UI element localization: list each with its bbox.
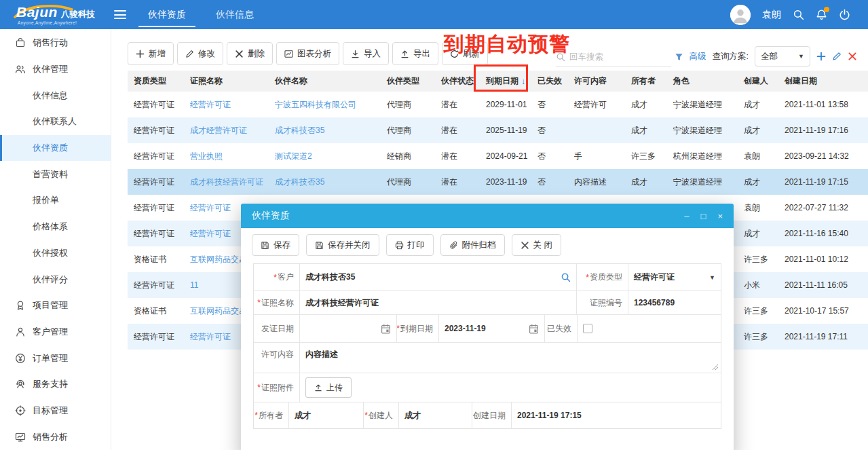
sidebar-item[interactable]: 价格体系	[0, 214, 111, 240]
calendar-icon[interactable]	[529, 324, 539, 334]
edit-scheme-icon[interactable]	[832, 52, 842, 61]
owner-label: *所有者	[254, 402, 289, 428]
sidebar-item[interactable]: 项目管理	[0, 293, 111, 319]
cell-link[interactable]: 成才经营许可证	[184, 125, 269, 136]
cert-no-field[interactable]: 123456789	[628, 291, 721, 314]
dialog-titlebar[interactable]: 伙伴资质 – □ ×	[241, 204, 734, 228]
lookup-search-icon[interactable]	[561, 272, 571, 282]
upload-button[interactable]: 上传	[305, 377, 352, 398]
cert-name-field[interactable]: 成才科技经营许可证	[300, 291, 577, 314]
sidebar-item-label: 价格体系	[33, 221, 68, 233]
cell-link[interactable]: 宁波五四科技有限公司	[269, 99, 381, 111]
column-header[interactable]: 许可内容	[568, 75, 625, 87]
chevron-down-icon: ▼	[709, 274, 715, 281]
creator-field[interactable]: 成才	[399, 402, 472, 428]
column-header[interactable]: 角色	[667, 75, 738, 87]
delete-scheme-icon[interactable]	[848, 52, 857, 61]
content-textarea[interactable]: 内容描述	[300, 343, 721, 373]
qual-type-select[interactable]: 经营许可证 ▼	[628, 264, 721, 290]
table-row[interactable]: 经营许可证成才经营许可证成才科技否35代理商潜在2025-11-19否成才宁波渠…	[128, 117, 868, 143]
nav-tab[interactable]: 伙伴资质	[133, 0, 201, 29]
column-header[interactable]: 创建人	[738, 75, 778, 87]
power-icon[interactable]	[839, 9, 850, 20]
dialog-toolbar-button[interactable]: 打印	[386, 234, 434, 256]
toolbar-button[interactable]: 删除	[227, 42, 273, 65]
table-cell: 经营许可证	[128, 280, 184, 291]
sidebar-item-label: 订单管理	[33, 352, 68, 364]
sidebar-item[interactable]: 报价单	[0, 187, 111, 214]
table-cell: 潜在	[435, 151, 480, 162]
search-icon[interactable]	[793, 9, 804, 20]
dialog-toolbar-button[interactable]: 保存并关闭	[306, 234, 379, 256]
column-header[interactable]: 证照名称	[184, 75, 269, 87]
dialog-toolbar-button[interactable]: 关 闭	[512, 234, 561, 256]
toolbar-button-label: 图表分析	[297, 48, 331, 60]
user-name[interactable]: 袁朗	[762, 9, 781, 21]
column-header[interactable]: 已失效	[531, 75, 568, 87]
table-row[interactable]: 经营许可证成才科技经营许可证成才科技否35代理商潜在2023-11-19否内容描…	[128, 169, 868, 195]
sidebar-item[interactable]: 客户管理	[0, 319, 111, 345]
close-icon[interactable]: ×	[717, 212, 723, 221]
issue-date-field[interactable]	[300, 315, 397, 342]
minimize-icon[interactable]: –	[684, 212, 689, 221]
toolbar-button[interactable]: 新增	[128, 42, 174, 65]
table-row[interactable]: 经营许可证营业执照测试渠道2经销商潜在2024-09-21否手许三多杭州渠道经理…	[128, 143, 868, 169]
column-header[interactable]: 伙伴名称	[269, 75, 381, 87]
sidebar-item[interactable]: 伙伴资质	[0, 135, 111, 162]
sidebar-item[interactable]: 目标管理	[0, 398, 111, 424]
dialog-toolbar-button[interactable]: 附件归档	[440, 234, 505, 256]
bell-icon[interactable]	[816, 9, 827, 20]
column-header[interactable]: 所有者	[625, 75, 667, 87]
owner-field[interactable]: 成才	[289, 402, 364, 428]
cell-link[interactable]: 经营许可证	[184, 99, 269, 111]
query-scheme-select[interactable]: 全部 ▼	[755, 46, 810, 67]
customer-field[interactable]: 成才科技否35	[300, 264, 577, 290]
resize-handle-icon[interactable]	[712, 364, 719, 371]
cell-link[interactable]: 营业执照	[184, 151, 269, 162]
sidebar-item[interactable]: 订单管理	[0, 345, 111, 371]
column-header[interactable]: 创建日期	[778, 75, 868, 87]
cell-link[interactable]: 成才科技否35	[269, 125, 381, 136]
invalid-checkbox[interactable]	[583, 324, 592, 333]
toolbar-button[interactable]: 图表分析	[276, 42, 339, 65]
sidebar-item[interactable]: 销售分析	[0, 424, 111, 450]
menu-toggle-icon[interactable]	[114, 10, 126, 19]
column-header[interactable]: 伙伴类型	[381, 75, 435, 87]
dialog-toolbar-button[interactable]: 保存	[252, 234, 299, 256]
search-input[interactable]	[569, 52, 658, 62]
add-scheme-icon[interactable]	[816, 52, 826, 61]
table-cell: 袁朗	[738, 151, 778, 162]
toolbar-button[interactable]: 导出	[392, 42, 438, 65]
sidebar-item[interactable]: 伙伴信息	[0, 82, 111, 109]
advanced-filter-link[interactable]: 高级	[690, 51, 706, 62]
cell-link[interactable]: 成才科技经营许可证	[184, 176, 269, 188]
toolbar-button[interactable]: 修改	[177, 42, 223, 65]
sidebar-item[interactable]: 伙伴授权	[0, 240, 111, 267]
toolbar-button-label: 导入	[364, 48, 381, 60]
column-header[interactable]: 资质类型	[128, 75, 184, 87]
table-row[interactable]: 经营许可证经营许可证宁波五四科技有限公司代理商潜在2029-11-01否经营许可…	[128, 92, 868, 117]
sidebar-item[interactable]: 首营资料	[0, 161, 111, 187]
created-label: *创建日期	[472, 402, 512, 428]
sidebar-item-label: 销售行动	[33, 37, 68, 49]
import-icon	[351, 50, 360, 58]
sidebar-item[interactable]: 伙伴联系人	[0, 109, 111, 135]
expire-date-field[interactable]: 2023-11-19	[439, 315, 545, 342]
nav-tab[interactable]: 伙伴信息	[201, 0, 269, 29]
sidebar-item[interactable]: 伙伴管理	[0, 56, 111, 83]
table-cell: 经营许可证	[128, 176, 184, 188]
cell-link[interactable]: 测试渠道2	[269, 151, 381, 162]
table-cell: 宁波渠道经理	[667, 176, 738, 188]
calendar-icon[interactable]	[381, 324, 391, 334]
table-cell: 代理商	[381, 176, 435, 188]
sidebar-item[interactable]: 伙伴评分	[0, 266, 111, 293]
avatar[interactable]	[730, 5, 751, 25]
filter-funnel-icon[interactable]	[675, 52, 683, 61]
created-field[interactable]: 2021-11-19 17:15	[512, 402, 721, 428]
toolbar-button[interactable]: 导入	[343, 42, 389, 65]
sidebar-item[interactable]: 销售行动	[0, 30, 111, 56]
maximize-icon[interactable]: □	[701, 212, 706, 221]
export-icon	[400, 50, 409, 58]
cell-link[interactable]: 成才科技否35	[269, 176, 381, 188]
sidebar-item[interactable]: 服务支持	[0, 371, 111, 398]
